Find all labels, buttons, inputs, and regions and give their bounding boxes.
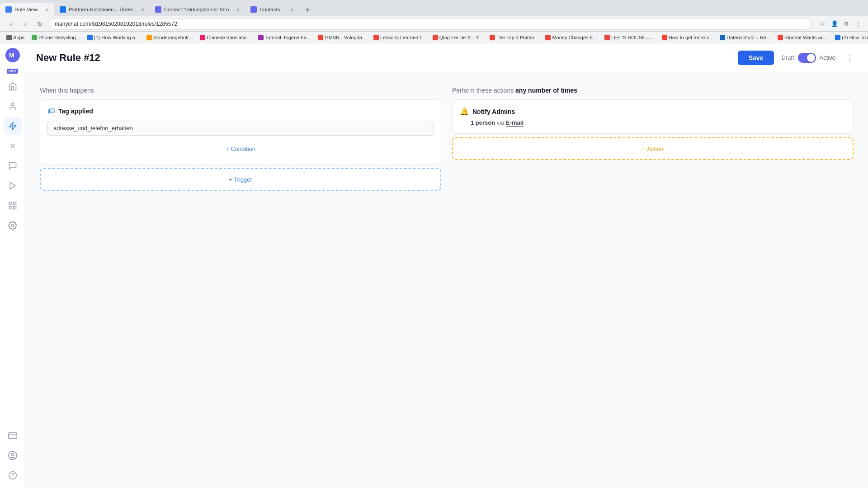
svg-marker-6 [10, 183, 15, 189]
tab-favicon [250, 6, 257, 13]
url-text: manychat.com/fb198150208192018/rules/128… [55, 21, 177, 27]
sidebar-item-billing[interactable] [4, 427, 22, 445]
action-via-label: via [497, 119, 506, 126]
when-column: When this happens 🏷 Tag applied adresse_… [40, 87, 441, 474]
sidebar-item-contacts[interactable] [4, 97, 22, 115]
sidebar-item-settings[interactable] [4, 216, 22, 235]
bookmark-favicon [146, 35, 152, 40]
sidebar-item-campaigns[interactable] [4, 177, 22, 195]
bookmark-12[interactable]: How to get more v... [659, 34, 716, 41]
bookmark-9[interactable]: The Top 3 Platfor... [487, 34, 541, 41]
bookmark-favicon [662, 35, 667, 40]
sidebar-item-analytics[interactable] [4, 197, 22, 215]
bookmark-2[interactable]: (1) How Working a... [85, 34, 142, 41]
bookmark-10[interactable]: Money Changes E... [542, 34, 600, 41]
trigger-type-label: Tag applied [58, 108, 93, 115]
add-action-label: + Action [642, 145, 664, 152]
bookmark-favicon [318, 35, 323, 40]
svg-rect-7 [9, 202, 12, 205]
bookmark-4[interactable]: Chinese translatio... [197, 34, 253, 41]
tab-platform[interactable]: Platform-Richtlinien – Übers... ✕ [54, 3, 150, 16]
action-card: 🔔 Notify Admins 1 person via E-mail [452, 99, 854, 134]
bookmark-6[interactable]: GMSN - Vologda... [315, 34, 369, 41]
bookmark-favicon [835, 35, 840, 40]
bookmark-3[interactable]: Sonderangebot/... [144, 34, 195, 41]
tab-close-icon[interactable]: ✕ [236, 7, 240, 12]
sidebar: M PRO [0, 43, 25, 488]
sidebar-item-help[interactable] [4, 466, 22, 484]
bookmark-favicon [778, 35, 783, 40]
header-right: Save Draft Active ⋮ [738, 51, 857, 65]
profile-icon[interactable]: 👤 [830, 19, 839, 28]
sidebar-item-home[interactable] [4, 77, 22, 95]
main-content: New Rule #12 Save Draft Active ⋮ When th… [25, 43, 868, 488]
bookmark-11[interactable]: LEE 'S HOUSE—... [602, 34, 657, 41]
bookmark-icon[interactable]: ☆ [818, 19, 827, 28]
bookmarks-bar: Apps Phone Recycling... (1) How Working … [0, 32, 868, 43]
forward-button[interactable]: › [20, 19, 31, 29]
add-trigger-label: + Trigger [229, 176, 252, 183]
bookmark-favicon [373, 35, 379, 40]
sidebar-item-profile[interactable] [4, 446, 22, 465]
sidebar-item-automation[interactable] [4, 117, 22, 135]
svg-rect-8 [13, 202, 16, 205]
toggle-switch[interactable] [798, 53, 816, 63]
rule-body: When this happens 🏷 Tag applied adresse_… [25, 72, 868, 488]
bookmark-1[interactable]: Phone Recycling... [29, 34, 83, 41]
apps-icon [6, 35, 12, 40]
bookmark-5[interactable]: Tutorial: Eigene Fa... [255, 34, 314, 41]
action-type: 🔔 Notify Admins [460, 107, 846, 116]
bookmark-favicon [200, 35, 205, 40]
reload-button[interactable]: ↻ [34, 19, 45, 29]
app-logo[interactable]: M [5, 47, 21, 63]
svg-rect-12 [8, 432, 16, 438]
tab-close-icon[interactable]: ✕ [290, 7, 294, 12]
bookmark-favicon [87, 35, 93, 40]
sidebar-item-integrations[interactable] [4, 137, 22, 155]
bookmark-favicon [258, 35, 264, 40]
add-trigger-button[interactable]: + Trigger [40, 168, 441, 191]
bookmark-favicon [720, 35, 725, 40]
action-channel: E-mail [506, 119, 524, 127]
add-condition-button[interactable]: + Condition [47, 141, 434, 157]
tab-contact[interactable]: Contact "Bildungsfirma" thro... ✕ [150, 3, 245, 16]
bookmark-apps[interactable]: Apps [4, 34, 27, 41]
tab-favicon [60, 6, 66, 13]
tag-icon: 🏷 [47, 107, 55, 115]
bookmark-13[interactable]: Datenschutz – Re... [717, 34, 773, 41]
extensions-icon[interactable]: ⚙ [842, 19, 851, 28]
toggle-knob [807, 54, 815, 62]
bookmark-14[interactable]: Student Wants an... [775, 34, 830, 41]
tab-close-icon[interactable]: ✕ [141, 7, 144, 12]
bookmark-8[interactable]: Qing Fei De Yi - Y... [430, 34, 486, 41]
svg-point-15 [11, 453, 14, 456]
tab-close-icon[interactable]: ✕ [45, 7, 49, 12]
sidebar-item-messages[interactable] [4, 157, 22, 175]
tab-contacts[interactable]: Contacts ✕ [245, 3, 299, 16]
action-type-label: Notify Admins [472, 108, 515, 115]
tab-label: Contacts [259, 7, 288, 12]
save-button[interactable]: Save [738, 51, 774, 65]
address-bar: ‹ › ↻ manychat.com/fb198150208192018/rul… [0, 16, 868, 32]
add-action-button[interactable]: + Action [452, 137, 854, 160]
trigger-value[interactable]: adresse_und_telefon_erhalten [47, 121, 434, 136]
bookmark-favicon [604, 35, 610, 40]
pro-badge: PRO [7, 69, 18, 74]
tab-rule-view[interactable]: Rule View ✕ [0, 3, 54, 16]
svg-rect-10 [9, 206, 12, 209]
bookmark-7[interactable]: Lessons Learned f... [371, 34, 428, 41]
svg-point-11 [11, 225, 14, 227]
new-tab-button[interactable]: + [301, 4, 314, 16]
svg-point-2 [11, 103, 14, 106]
when-column-header: When this happens [40, 87, 441, 94]
tab-label: Rule View [14, 7, 42, 12]
tab-label: Contact "Bildungsfirma" thro... [164, 7, 233, 12]
menu-icon[interactable]: ⋮ [854, 19, 863, 28]
back-button[interactable]: ‹ [5, 19, 16, 29]
page-header: New Rule #12 Save Draft Active ⋮ [25, 43, 868, 72]
action-person-count: 1 person [471, 119, 495, 126]
tab-favicon [5, 6, 12, 13]
bookmark-15[interactable]: (2) How To Add... [832, 34, 868, 41]
more-options-button[interactable]: ⋮ [843, 51, 857, 65]
url-bar[interactable]: manychat.com/fb198150208192018/rules/128… [49, 18, 811, 30]
